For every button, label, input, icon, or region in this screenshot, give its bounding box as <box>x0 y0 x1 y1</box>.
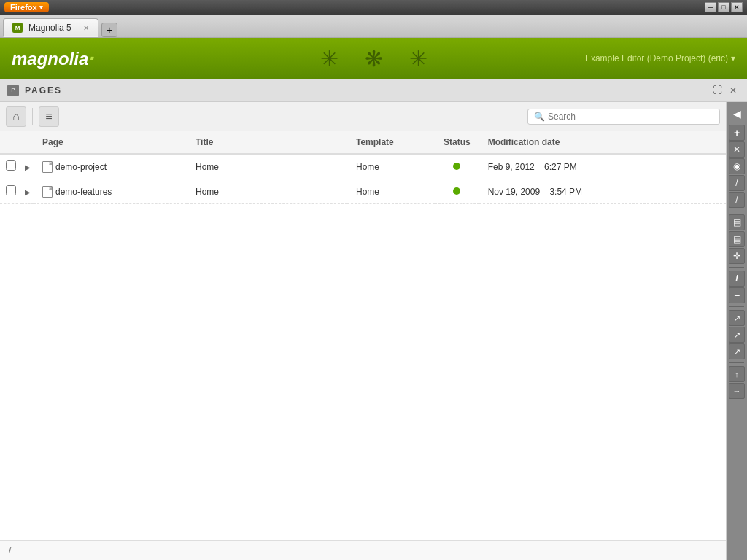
sidebar-divider-1 <box>729 211 744 211</box>
row-page-name: demo-project <box>55 162 107 172</box>
sidebar-export-button[interactable]: ↑ <box>729 366 745 382</box>
sidebar-view-button[interactable]: ◉ <box>729 158 745 174</box>
header-icon-1[interactable]: ✳ <box>320 46 338 71</box>
firefox-label: Firefox <box>10 3 37 12</box>
sidebar-info-button[interactable]: i <box>729 271 745 287</box>
sidebar-link2-button[interactable]: ↗ <box>729 327 745 343</box>
status-dot <box>453 163 460 170</box>
sidebar-divider-2 <box>729 267 744 268</box>
menu-button[interactable]: ≡ <box>39 106 59 127</box>
sidebar-book2-button[interactable]: ▤ <box>729 231 745 247</box>
row-expand-icon[interactable]: ▶ <box>25 163 31 171</box>
search-container: 🔍 <box>527 109 720 125</box>
tab-favicon: M <box>12 23 23 33</box>
row-expand-icon[interactable]: ▶ <box>25 188 31 196</box>
col-header-template[interactable]: Template <box>347 131 435 154</box>
col-header-status[interactable]: Status <box>435 131 479 154</box>
maximize-button[interactable]: □ <box>718 2 729 12</box>
row-mod-date: Feb 9, 2012 <box>488 162 535 172</box>
search-icon: 🔍 <box>534 112 545 122</box>
sidebar-link1-button[interactable]: ↗ <box>729 310 745 326</box>
pages-title: PAGES <box>25 85 62 96</box>
table-container: Page Title Template Status Modification … <box>0 131 726 540</box>
content-area: ⌂ ≡ 🔍 Page Title Template Status <box>0 102 727 560</box>
pages-icon: P <box>7 85 19 96</box>
sidebar-divider-4 <box>729 362 744 363</box>
sidebar-edit1-button[interactable]: / <box>729 175 745 191</box>
sidebar-edit2-button[interactable]: / <box>729 192 745 208</box>
status-dot <box>453 187 460 195</box>
table-row[interactable]: ▶ demo-project Home Home Feb 9, 20 <box>0 154 726 179</box>
table-footer: / <box>0 540 726 560</box>
row-title: Home <box>196 162 219 172</box>
sidebar-move-button[interactable]: ✛ <box>729 248 745 264</box>
row-checkbox[interactable] <box>6 185 16 195</box>
logo-mark: · <box>89 47 95 70</box>
sidebar-minus-button[interactable]: − <box>729 287 745 303</box>
firefox-button[interactable]: Firefox ▾ <box>4 2 49 12</box>
row-title: Home <box>196 187 219 197</box>
right-sidebar: ◀ + ✕ ◉ / / ▤ ▤ ✛ i − ↗ ↗ ↗ ↑ → <box>727 102 747 560</box>
panel-close-button[interactable]: ✕ <box>727 84 740 97</box>
sidebar-book1-button[interactable]: ▤ <box>729 214 745 230</box>
sidebar-link3-button[interactable]: ↗ <box>729 343 745 359</box>
new-tab-button[interactable]: + <box>101 23 117 37</box>
page-icon <box>42 186 53 198</box>
col-header-check <box>0 131 22 154</box>
header-icons: ✳ ❋ ✳ <box>320 46 427 71</box>
header-user[interactable]: Example Editor (Demo Project) (eric) ▾ <box>585 53 735 63</box>
page-name-cell: demo-project <box>42 161 178 173</box>
window-controls: ─ □ ✕ <box>705 2 743 12</box>
firefox-dropdown-icon: ▾ <box>39 4 43 11</box>
row-mod-time: 3:54 PM <box>549 187 582 197</box>
sidebar-import-button[interactable]: → <box>729 383 745 399</box>
sidebar-remove-button[interactable]: ✕ <box>729 141 745 158</box>
header-icon-2[interactable]: ❋ <box>365 46 383 71</box>
data-table: Page Title Template Status Modification … <box>0 131 726 204</box>
row-page-name: demo-features <box>55 187 112 197</box>
search-input[interactable] <box>548 112 713 122</box>
row-template: Home <box>356 187 379 197</box>
row-checkbox[interactable] <box>6 160 16 171</box>
sidebar-collapse-button[interactable]: ◀ <box>730 105 744 122</box>
page-icon <box>42 161 53 173</box>
col-header-title[interactable]: Title <box>187 131 347 154</box>
toolbar: ⌂ ≡ 🔍 <box>0 102 726 131</box>
row-template: Home <box>356 162 379 172</box>
tab-title: Magnolia 5 <box>28 23 71 33</box>
tab-close-icon[interactable]: ✕ <box>83 24 89 32</box>
col-header-moddate[interactable]: Modification date <box>479 131 726 154</box>
footer-path: / <box>9 545 11 556</box>
sidebar-add-button[interactable]: + <box>729 125 745 141</box>
col-header-page[interactable]: Page <box>34 131 187 154</box>
browser-tab[interactable]: M Magnolia 5 ✕ <box>3 18 98 37</box>
header-icon-3[interactable]: ✳ <box>409 46 427 71</box>
user-label: Example Editor (Demo Project) (eric) <box>585 53 728 63</box>
home-button[interactable]: ⌂ <box>6 106 26 127</box>
minimize-button[interactable]: ─ <box>705 2 716 12</box>
sidebar-divider-3 <box>729 306 744 307</box>
row-mod-time: 6:27 PM <box>544 162 577 172</box>
toolbar-divider-1 <box>32 108 33 125</box>
row-mod-date: Nov 19, 2009 <box>488 187 540 197</box>
panel-expand-button[interactable]: ⛶ <box>711 84 724 97</box>
table-row[interactable]: ▶ demo-features Home Home Nov 19, <box>0 179 726 204</box>
col-header-expand <box>22 131 34 154</box>
close-button[interactable]: ✕ <box>731 2 743 12</box>
user-dropdown-icon: ▾ <box>731 53 735 63</box>
page-name-cell: demo-features <box>42 186 178 198</box>
magnolia-logo: magnolia· <box>12 47 95 70</box>
